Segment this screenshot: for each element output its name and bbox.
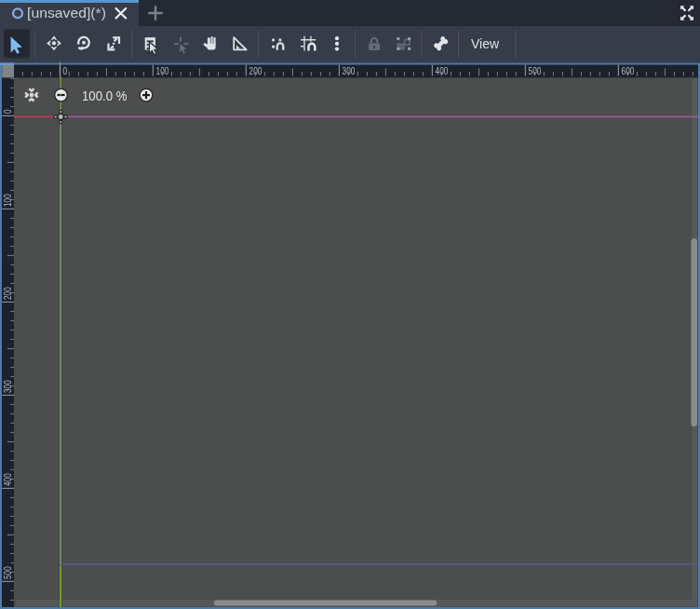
svg-text:[unsaved](*): [unsaved](*) [27, 5, 106, 20]
svg-text:0: 0 [63, 66, 68, 76]
svg-text:100: 100 [3, 194, 13, 207]
svg-text:100.0 %: 100.0 % [82, 88, 128, 103]
svg-text:300: 300 [3, 380, 13, 393]
svg-text:0: 0 [3, 109, 13, 114]
svg-text:400: 400 [3, 473, 13, 486]
svg-text:200: 200 [3, 287, 13, 300]
svg-text:500: 500 [3, 566, 13, 579]
svg-text:View: View [471, 36, 500, 51]
